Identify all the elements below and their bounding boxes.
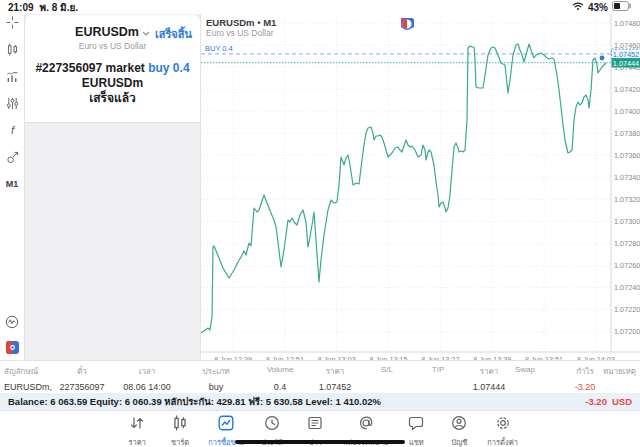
account-icon xyxy=(451,415,467,435)
column-header: กำไร xyxy=(576,365,594,378)
battery-icon xyxy=(612,1,632,13)
status-bar: 21:09 พ. 8 มิ.ย. 43% xyxy=(0,0,640,14)
nav-label: บัญชี xyxy=(451,436,467,447)
svg-text:1.07480: 1.07480 xyxy=(614,19,640,28)
mt5-trade-screen: 21:09 พ. 8 มิ.ย. 43% fM1 EURUSDm Euro vs… xyxy=(0,0,640,447)
chevron-down-icon xyxy=(142,25,150,39)
svg-text:f: f xyxy=(10,124,15,136)
trade-icon xyxy=(218,415,234,435)
position-cell: -3.20 xyxy=(575,382,596,392)
chart-header: EURUSDm • M1 Euro vs US Dollar xyxy=(206,17,276,39)
position-cell: 1.07444 xyxy=(473,382,506,392)
nav-item-account[interactable]: บัญชี xyxy=(444,415,474,447)
svg-text:1.07240: 1.07240 xyxy=(614,283,640,292)
chat-icon xyxy=(408,415,424,435)
wifi-icon xyxy=(572,1,584,13)
timeframe-label[interactable]: M1 xyxy=(5,177,19,191)
order-action: buy 0.4 xyxy=(148,61,189,75)
svg-text:1.07460: 1.07460 xyxy=(614,41,640,50)
mailbox-icon xyxy=(358,415,374,435)
svg-text:1.07260: 1.07260 xyxy=(614,261,640,270)
nav-label: ชาร์ต xyxy=(171,436,189,447)
svg-text:BUY 0.4: BUY 0.4 xyxy=(205,44,233,53)
news-icon xyxy=(307,415,323,435)
column-header: ราคา xyxy=(480,365,499,378)
column-header: T/P xyxy=(432,365,444,374)
position-cell: 1.07452 xyxy=(319,382,352,392)
charts-icon xyxy=(172,415,188,435)
chart-subtitle: Euro vs US Dollar xyxy=(206,28,276,39)
open-position-row[interactable]: EURUSDm,22735609708.06 14:00buy0.41.0745… xyxy=(0,380,640,393)
column-header: ประเภท xyxy=(203,365,230,378)
svg-text:1.07444: 1.07444 xyxy=(613,59,639,68)
account-summary-bar: Balance: 6 063.59 Equity: 6 060.39 หลักป… xyxy=(0,393,640,410)
floating-profit: -3.20 USD xyxy=(585,396,632,407)
position-cell: buy xyxy=(209,382,224,392)
status-date: พ. 8 มิ.ย. xyxy=(40,0,79,15)
clock-time: 21:09 xyxy=(8,2,34,13)
order-result-panel: EURUSDm Euro vs US Dollar เสร็จสิ้น #227… xyxy=(25,14,200,360)
chart-title: EURUSDm • M1 xyxy=(206,17,276,28)
order-confirmation-line: #227356097 market buy 0.4 xyxy=(25,61,200,76)
account-summary-text: Balance: 6 063.59 Equity: 6 060.39 หลักป… xyxy=(8,394,381,409)
nav-label: แชท xyxy=(409,436,424,447)
nav-item-quotes[interactable]: ราคา xyxy=(122,415,152,447)
position-cell: 227356097 xyxy=(59,382,104,392)
svg-text:1.07452: 1.07452 xyxy=(613,50,639,59)
svg-text:1.07380: 1.07380 xyxy=(614,129,640,138)
order-status: เสร็จแล้ว xyxy=(25,91,200,106)
column-header: Swap xyxy=(515,365,535,374)
chart-tools-sidebar: fM1 xyxy=(0,14,25,360)
svg-text:1.07220: 1.07220 xyxy=(614,305,640,314)
symbol-selector[interactable]: EURUSDm xyxy=(75,25,150,39)
positions-table-header-row: สัญลักษณ์ตั๋วเวลาประเภทVolumeราคาS/LT/Pร… xyxy=(0,360,640,377)
sliders-icon[interactable] xyxy=(5,96,19,110)
history-icon xyxy=(264,415,280,435)
chart-area: 1.074801.074601.074401.074201.074001.073… xyxy=(200,14,640,360)
column-header: ราคา xyxy=(326,365,345,378)
position-cell: 08.06 14:00 xyxy=(123,382,171,392)
svg-text:1.07200: 1.07200 xyxy=(614,327,640,336)
svg-text:1.07400: 1.07400 xyxy=(614,107,640,116)
svg-text:1.07340: 1.07340 xyxy=(614,173,640,182)
svg-text:1.07320: 1.07320 xyxy=(614,195,640,204)
nav-item-settings[interactable]: การตั้งค่า xyxy=(487,415,518,447)
nav-item-charts[interactable]: ชาร์ต xyxy=(165,415,195,447)
order-result-card: EURUSDm Euro vs US Dollar เสร็จสิ้น #227… xyxy=(25,15,200,123)
nav-label: การตั้งค่า xyxy=(487,436,518,447)
position-cell: 0.4 xyxy=(274,382,287,392)
order-symbol: EURUSDm xyxy=(25,76,200,91)
quotes-icon xyxy=(129,415,145,435)
svg-text:1.07360: 1.07360 xyxy=(614,151,640,160)
indicators-icon[interactable] xyxy=(5,69,19,83)
position-cell: EURUSDm, xyxy=(4,382,52,392)
crosshair-icon[interactable] xyxy=(5,15,19,29)
column-header: เวลา xyxy=(139,365,156,378)
home-indicator[interactable] xyxy=(235,440,405,445)
nav-label: ราคา xyxy=(128,436,145,447)
candlestick-icon[interactable] xyxy=(5,42,19,56)
column-header: Volume xyxy=(267,365,294,374)
settings-icon xyxy=(495,415,511,435)
symbol-name: EURUSDm xyxy=(75,25,139,39)
nav-item-chat[interactable]: แชท xyxy=(401,415,431,447)
svg-text:1.07300: 1.07300 xyxy=(614,217,640,226)
pulse-icon[interactable] xyxy=(5,315,19,329)
done-button[interactable]: เสร็จสิ้น xyxy=(155,25,192,43)
function-icon[interactable]: f xyxy=(5,123,19,137)
objects-icon[interactable] xyxy=(5,150,19,164)
one-click-trading-icon[interactable] xyxy=(5,340,19,354)
battery-percent: 43% xyxy=(588,2,608,13)
column-header: สัญลักษณ์ xyxy=(4,365,38,378)
column-header: ตั๋ว xyxy=(77,365,87,378)
svg-text:1.07420: 1.07420 xyxy=(614,85,640,94)
column-header: หมายเหตุ xyxy=(603,365,636,378)
column-header: S/L xyxy=(381,365,393,374)
svg-text:1.07280: 1.07280 xyxy=(614,239,640,248)
